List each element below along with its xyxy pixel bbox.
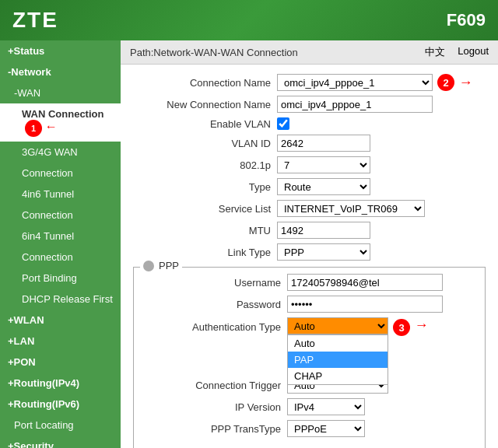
connection-name-row: Connection Name omci_ipv4_pppoe_1 2 ← — [133, 74, 486, 91]
new-connection-name-row: New Connection Name — [133, 96, 486, 113]
logo: ZTE — [12, 8, 58, 33]
ppp-section-label: PPP — [140, 260, 182, 271]
header: ZTE F609 — [0, 0, 498, 40]
sidebar-item-routing-ipv6[interactable]: +Routing(IPv6) — [0, 394, 121, 415]
annotation-2: 2 — [437, 74, 454, 91]
link-type-select[interactable]: PPP — [277, 243, 370, 261]
sidebar-item-routing-ipv4[interactable]: +Routing(IPv4) — [0, 373, 121, 394]
path-text: Path:Network-WAN-WAN Connection — [130, 47, 298, 58]
sidebar-item-status[interactable]: +Status — [0, 40, 121, 61]
sidebar-item-lan[interactable]: +LAN — [0, 331, 121, 352]
ip-version-row: IP Version IPv4 — [143, 398, 475, 415]
type-label: Type — [133, 181, 277, 193]
sidebar-item-wan[interactable]: -WAN — [0, 82, 121, 103]
auth-type-select[interactable]: Auto — [287, 317, 388, 334]
auth-option-auto[interactable]: Auto — [288, 335, 388, 352]
logout-button[interactable]: Logout — [458, 45, 489, 59]
conn-trigger-label: Connection Trigger — [143, 380, 287, 391]
auth-option-pap[interactable]: PAP — [288, 352, 388, 368]
vlan-id-input[interactable] — [277, 135, 370, 152]
sidebar-item-dhcp-release[interactable]: DHCP Release First — [0, 289, 121, 310]
arrow-3: ← — [415, 317, 429, 334]
mtu-input[interactable] — [277, 222, 370, 239]
vlan-8021p-row: 802.1p 7 — [133, 156, 486, 173]
auth-type-row: Authentication Type Auto Auto PAP CHAP — [143, 317, 475, 336]
ppp-transtype-label: PPP TransType — [143, 423, 287, 435]
sidebar-item-wlan[interactable]: +WLAN — [0, 310, 121, 331]
arrow-2: ← — [459, 75, 473, 91]
type-select[interactable]: Route — [277, 178, 370, 195]
vlan-8021p-select[interactable]: 7 — [277, 156, 370, 173]
ip-version-select[interactable]: IPv4 — [287, 398, 365, 415]
sidebar-item-network[interactable]: -Network — [0, 61, 121, 82]
auth-type-label: Authentication Type — [143, 321, 287, 333]
sidebar-item-security[interactable]: +Security — [0, 436, 121, 448]
mtu-label: MTU — [133, 225, 277, 236]
ppp-section: PPP Username Password Authentication Typ… — [133, 267, 486, 448]
ppp-transtype-select[interactable]: PPPoE — [287, 420, 365, 437]
annotation-3: 3 — [393, 319, 410, 336]
sidebar-item-3g4g[interactable]: 3G/4G WAN — [0, 142, 121, 163]
service-list-row: Service List INTERNET_VoIP_TR069 — [133, 200, 486, 217]
vlan-id-label: VLAN ID — [133, 138, 277, 149]
service-list-label: Service List — [133, 203, 277, 215]
vlan-8021p-label: 802.1p — [133, 159, 277, 171]
model: F609 — [447, 10, 486, 30]
username-input[interactable] — [287, 274, 443, 291]
main-content: Path:Network-WAN-WAN Connection 中文 Logou… — [121, 40, 498, 448]
new-connection-name-input[interactable] — [277, 96, 433, 113]
form-area: Connection Name omci_ipv4_pppoe_1 2 ← Ne… — [121, 65, 498, 448]
username-row: Username — [143, 274, 475, 291]
link-type-row: Link Type PPP — [133, 243, 486, 261]
type-row: Type Route — [133, 178, 486, 195]
enable-vlan-label: Enable VLAN — [133, 118, 277, 130]
sidebar-item-connection1[interactable]: Connection — [0, 163, 121, 184]
auth-type-dropdown-container: Auto Auto PAP CHAP — [287, 317, 388, 334]
new-connection-name-label: New Connection Name — [133, 99, 277, 110]
ppp-dot — [143, 261, 154, 271]
password-label: Password — [143, 299, 287, 310]
mtu-row: MTU — [133, 222, 486, 239]
password-input[interactable] — [287, 296, 443, 313]
enable-vlan-checkbox[interactable] — [277, 117, 289, 130]
sidebar-item-6in4[interactable]: 6in4 Tunnel — [0, 226, 121, 247]
enable-vlan-row: Enable VLAN — [133, 117, 486, 130]
sidebar-item-wan-connection[interactable]: WAN Connection 1 ← — [0, 103, 121, 142]
sidebar-item-port-locating[interactable]: Port Locating — [0, 415, 121, 436]
auth-type-dropdown-list: Auto PAP CHAP — [287, 334, 388, 385]
link-type-label: Link Type — [133, 247, 277, 258]
service-list-select[interactable]: INTERNET_VoIP_TR069 — [277, 200, 425, 217]
connection-name-label: Connection Name — [133, 77, 277, 89]
sidebar-item-pon[interactable]: +PON — [0, 352, 121, 373]
ip-version-label: IP Version — [143, 401, 287, 413]
connection-name-select[interactable]: omci_ipv4_pppoe_1 — [277, 74, 433, 91]
annotation-1: 1 — [25, 120, 42, 137]
lang-switch[interactable]: 中文 — [425, 45, 445, 59]
sidebar-item-4in6[interactable]: 4in6 Tunnel — [0, 184, 121, 205]
sidebar-item-port-binding[interactable]: Port Binding — [0, 268, 121, 289]
sidebar: +Status -Network -WAN WAN Connection 1 ←… — [0, 40, 121, 448]
arrow-left-1: ← — [45, 120, 58, 133]
password-row: Password — [143, 296, 475, 313]
sidebar-item-connection2[interactable]: Connection — [0, 205, 121, 226]
vlan-id-row: VLAN ID — [133, 135, 486, 152]
ppp-transtype-row: PPP TransType PPPoE — [143, 420, 475, 437]
auth-option-chap[interactable]: CHAP — [288, 368, 388, 384]
sidebar-item-connection3[interactable]: Connection — [0, 247, 121, 268]
path-bar: Path:Network-WAN-WAN Connection 中文 Logou… — [121, 40, 498, 65]
username-label: Username — [143, 277, 287, 289]
